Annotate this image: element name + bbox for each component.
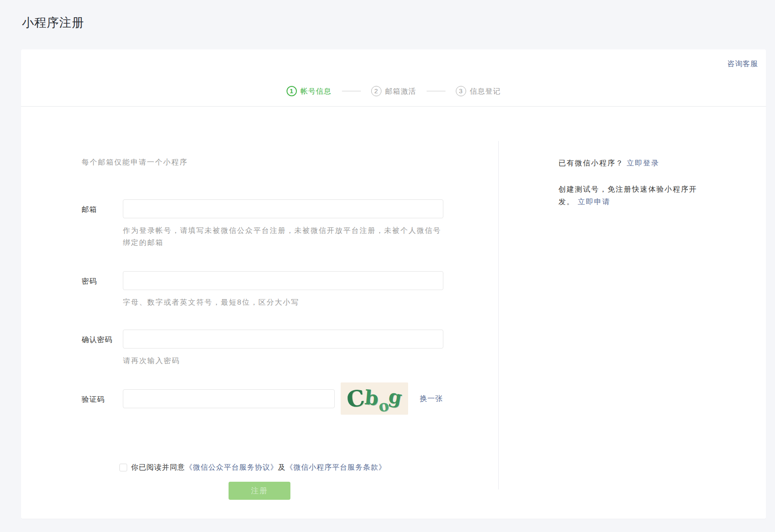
official-accounts-terms-link[interactable]: 《微信公众平台服务协议》 [185, 462, 278, 473]
card-header: 咨询客服 1 帐号信息 2 邮箱激活 3 信息登记 [21, 49, 766, 107]
agreement-checkbox[interactable] [119, 464, 127, 471]
agreement-row: 你已阅读并同意 《微信公众平台服务协议》 及 《微信小程序平台服务条款》 [119, 462, 494, 473]
password-field-group: 字母、数字或者英文符号，最短8位，区分大小写 [123, 271, 443, 309]
agreement-prefix-text: 你已阅读并同意 [131, 462, 185, 473]
password-row: 密码 字母、数字或者英文符号，最短8位，区分大小写 [82, 271, 494, 309]
step-2-label: 邮箱激活 [385, 86, 416, 96]
step-2-circle: 2 [371, 86, 381, 96]
step-account-info: 1 帐号信息 [287, 86, 332, 96]
confirm-password-helper-text: 请再次输入密码 [123, 355, 442, 367]
step-3-label: 信息登记 [470, 86, 501, 96]
login-now-link[interactable]: 立即登录 [627, 159, 659, 167]
confirm-password-field-group: 请再次输入密码 [123, 330, 443, 367]
password-helper-text: 字母、数字或者英文符号，最短8位，区分大小写 [123, 297, 442, 309]
email-field-group: 作为登录帐号，请填写未被微信公众平台注册，未被微信开放平台注册，未被个人微信号绑… [123, 199, 443, 249]
confirm-password-label: 确认密码 [82, 330, 123, 367]
captcha-refresh-link[interactable]: 换一张 [420, 394, 443, 404]
password-label: 密码 [82, 271, 123, 309]
email-row: 邮箱 作为登录帐号，请填写未被微信公众平台注册，未被微信开放平台注册，未被个人微… [82, 199, 494, 249]
password-input[interactable] [123, 271, 443, 290]
confirm-password-row: 确认密码 请再次输入密码 [82, 330, 494, 367]
form-intro-text: 每个邮箱仅能申请一个小程序 [82, 157, 494, 168]
register-button[interactable]: 注册 [229, 482, 290, 500]
mini-program-terms-link[interactable]: 《微信小程序平台服务条款》 [286, 462, 386, 473]
captcha-input[interactable] [123, 389, 335, 408]
captcha-label: 验证码 [82, 382, 123, 415]
test-account-line: 创建测试号，免注册快速体验小程序开发。 立即申请 [558, 183, 704, 208]
step-email-activation: 2 邮箱激活 [371, 86, 416, 96]
page-title: 小程序注册 [22, 15, 84, 31]
step-1-circle: 1 [287, 86, 297, 96]
step-1-label: 帐号信息 [301, 86, 332, 96]
right-sidebar: 已有微信小程序？ 立即登录 创建测试号，免注册快速体验小程序开发。 立即申请 [558, 158, 707, 208]
captcha-row: 验证码 C b o g 换一张 [82, 382, 494, 415]
email-label: 邮箱 [82, 199, 123, 249]
step-3-circle: 3 [456, 86, 466, 96]
registration-card: 咨询客服 1 帐号信息 2 邮箱激活 3 信息登记 每个邮箱仅能申请一个小程序 … [21, 49, 766, 519]
step-indicator: 1 帐号信息 2 邮箱激活 3 信息登记 [21, 86, 766, 96]
step-connector [342, 91, 361, 92]
customer-service-link[interactable]: 咨询客服 [727, 59, 758, 69]
email-helper-text: 作为登录帐号，请填写未被微信公众平台注册，未被微信开放平台注册，未被个人微信号绑… [123, 225, 442, 249]
captcha-letter: g [387, 385, 404, 409]
email-input[interactable] [123, 199, 443, 218]
captcha-image: C b o g [341, 382, 408, 415]
existing-account-line: 已有微信小程序？ 立即登录 [558, 158, 707, 168]
confirm-password-input[interactable] [123, 330, 443, 349]
vertical-divider [498, 141, 499, 489]
registration-form: 每个邮箱仅能申请一个小程序 邮箱 作为登录帐号，请填写未被微信公众平台注册，未被… [82, 107, 494, 500]
captcha-letter: C [345, 384, 366, 413]
step-info-registration: 3 信息登记 [456, 86, 501, 96]
agreement-conjunction-text: 及 [278, 462, 286, 473]
step-connector [427, 91, 445, 92]
login-prompt-text: 已有微信小程序？ [558, 159, 624, 167]
apply-now-link[interactable]: 立即申请 [578, 198, 610, 206]
captcha-field-group: C b o g 换一张 [123, 382, 443, 415]
